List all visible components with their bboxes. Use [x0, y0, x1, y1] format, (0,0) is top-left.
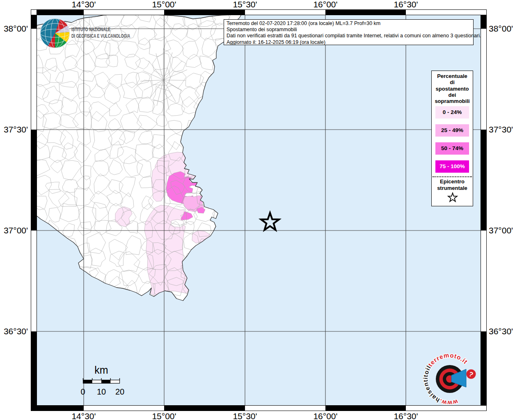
scale-tick-label: 0	[80, 387, 85, 397]
legend-box: Percentuale di spostamento dei soprammob…	[431, 71, 473, 206]
legend-title-line: spostamento	[432, 86, 473, 92]
epicenter-star-glyph	[448, 193, 457, 202]
scale-unit-label: km	[92, 364, 111, 376]
legend-swatch-0-24-: 0 - 24%	[435, 106, 469, 119]
legend-title-line: di	[432, 79, 473, 85]
axis-label-top: 15°00'	[146, 0, 183, 9]
axis-label-bottom: 16°00'	[307, 412, 344, 420]
legend-title-line: dei	[432, 92, 473, 98]
scale-bar: km 01020	[80, 364, 138, 399]
axis-label-right: 38°00'	[489, 24, 515, 33]
axis-label-bottom: 15°30'	[227, 412, 263, 420]
legend-epicenter-label: Epicentro	[432, 178, 473, 185]
legend-swatch-25-49-: 25 - 49%	[435, 124, 469, 137]
frame-segment	[37, 406, 84, 411]
legend-swatch-label: 75 - 100%	[439, 163, 465, 169]
frame-segment	[31, 331, 37, 406]
axis-label-left: 38°00'	[0, 24, 28, 33]
frame-segment	[481, 130, 487, 231]
legend-swatch-label: 50 - 74%	[441, 145, 463, 151]
scale-tick-label: 10	[97, 387, 106, 397]
axis-label-right: 37°00'	[489, 226, 515, 235]
axis-label-top: 15°30'	[227, 0, 263, 9]
watermark-www: www.	[438, 398, 459, 407]
axis-label-bottom: 15°00'	[146, 412, 183, 420]
frame-segment	[164, 9, 245, 15]
axis-label-top: 16°00'	[307, 0, 344, 9]
haisentitoilterremoto-logo: www.haisentitoilterremoto.it ?	[419, 347, 489, 417]
info-line-event: Terremoto del 02-07-2020 17:28:00 (ora l…	[227, 21, 471, 27]
frame-segment	[31, 15, 37, 29]
axis-label-top: 16°30'	[387, 0, 424, 9]
legend-swatch-50-74-: 50 - 74%	[435, 142, 469, 155]
scale-bar-graphic	[80, 378, 121, 385]
frame-segment	[37, 9, 84, 15]
axis-label-bottom: 16°30'	[387, 412, 424, 420]
frame-segment	[31, 130, 37, 231]
axis-label-top: 14°30'	[65, 0, 102, 9]
ingv-logo-globe	[39, 17, 72, 50]
frame-segment	[325, 9, 406, 15]
frame-segment	[481, 15, 487, 29]
axis-label-left: 37°00'	[0, 226, 28, 235]
legend-title-line: soprammobili	[432, 98, 473, 104]
epicenter-star-icon	[447, 192, 458, 204]
ingv-text-line1: ISTITUTO NAZIONALE	[71, 26, 130, 33]
ingv-text-line2: DI GEOFISICA E VULCANOLOGIA	[71, 33, 130, 39]
frame-segment	[164, 406, 245, 411]
frame-segment	[325, 406, 406, 411]
legend-swatch-label: 0 - 24%	[443, 109, 462, 115]
legend-swatch-75-100-: 75 - 100%	[435, 160, 469, 173]
axis-label-left: 36°30'	[0, 327, 28, 336]
legend-epicenter-label: strumentale	[432, 185, 473, 191]
axis-label-left: 37°30'	[0, 125, 28, 134]
map-page: 14°30'14°30'15°00'15°00'15°30'15°30'16°0…	[0, 0, 515, 420]
axis-label-bottom: 14°30'	[65, 412, 102, 420]
info-line-effect: Spostamento dei soprammobili	[227, 27, 471, 33]
legend-title: Percentuale di spostamento dei soprammob…	[432, 71, 473, 104]
legend-swatch-label: 25 - 49%	[441, 127, 463, 133]
axis-label-right: 36°30'	[489, 327, 515, 336]
ingv-logo-text: ISTITUTO NAZIONALE DI GEOFISICA E VULCAN…	[71, 26, 130, 39]
legend-title-line: Percentuale	[432, 73, 473, 79]
info-line-updated: Aggiornato il: 16-12-2025 06:19 (ora loc…	[227, 39, 471, 46]
legend-divider	[433, 176, 472, 177]
info-line-disclaimer: Dati non verificati estratti da 91 quest…	[227, 33, 471, 39]
earthquake-info-box: Terremoto del 02-07-2020 17:28:00 (ora l…	[224, 19, 474, 45]
scale-tick-label: 20	[115, 387, 124, 397]
axis-label-right: 37°30'	[489, 125, 515, 134]
